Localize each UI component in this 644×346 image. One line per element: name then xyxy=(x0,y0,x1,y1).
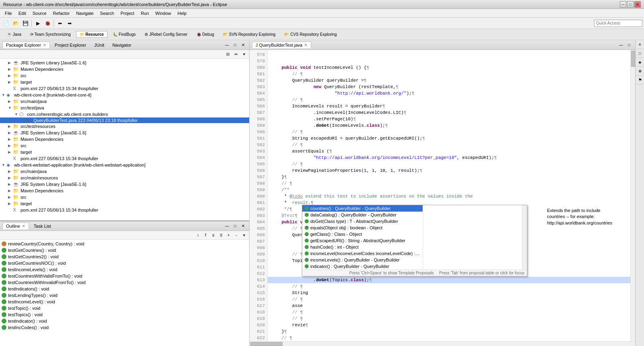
tree-item[interactable]: X pom.xml 227 05/06/13 15:34 thospfuller xyxy=(0,85,249,92)
autocomplete-list[interactable]: countries() : QueryBuilder - QueryBuilde… xyxy=(302,205,423,270)
tab-project-explorer[interactable]: Project Explorer xyxy=(52,42,89,48)
ac-item[interactable]: indicator() : QueryBuilder - QueryBuilde… xyxy=(302,263,423,270)
persp-team-sync[interactable]: ⟳ Team Synchronizing xyxy=(27,31,74,38)
menu-search[interactable]: Search xyxy=(97,10,118,16)
editor-minimize-btn[interactable]: — xyxy=(617,41,625,49)
far-right-btn-2[interactable]: □ xyxy=(636,49,644,58)
outline-item[interactable]: testCountriesWithValidFromTo() : void xyxy=(0,273,249,279)
persp-jrebel[interactable]: ⚙ JRebel Config Server xyxy=(141,31,191,38)
tree-item[interactable]: ▶ 📁 target xyxy=(0,200,249,207)
code-area[interactable]: public void testIncomeLevel () {¶ // ¶ Q… xyxy=(268,50,635,341)
tab-outline[interactable]: Outline ✕ xyxy=(2,222,29,229)
close-button[interactable]: ✕ xyxy=(634,1,641,8)
ac-item[interactable]: incomeLevels() : QueryBuilder - QueryBui… xyxy=(302,257,423,263)
persp-debug[interactable]: 🐞 Debug xyxy=(193,31,218,38)
ac-item[interactable]: incomeLevel(IncomeLevelCodes incomeLevel… xyxy=(302,250,423,257)
persp-java[interactable]: ☕ Java xyxy=(3,31,25,38)
tree-item[interactable]: ▶ 📁 Maven Dependencies xyxy=(0,187,249,194)
minimize-button[interactable]: ─ xyxy=(620,1,626,8)
menu-navigate[interactable]: Navigate xyxy=(73,10,97,16)
outline-item[interactable]: testGetCountries2() : void xyxy=(0,253,249,260)
tree-item[interactable]: ▶ 📁 src/main/java xyxy=(0,98,249,105)
persp-findbugs[interactable]: 🐛 FindBugs xyxy=(109,31,139,38)
close-pkg-explorer-icon[interactable]: ✕ xyxy=(43,43,46,47)
tree-item[interactable]: ▼ ◈ wb-client-core-it [trunk/wb-client-c… xyxy=(0,92,249,98)
autocomplete-popup[interactable]: countries() : QueryBuilder - QueryBuilde… xyxy=(302,205,527,276)
tree-item[interactable]: J QueryBuilderTest.java 223 04/06/13 23:… xyxy=(0,117,249,123)
menu-edit[interactable]: Edit xyxy=(15,10,29,16)
debug-button[interactable]: 🐞 xyxy=(43,19,52,28)
ac-item[interactable]: getClass() : Class - Object xyxy=(302,231,423,237)
tb-btn-1[interactable]: ⬅ xyxy=(56,19,64,28)
outline-item[interactable]: testIndicators() : void xyxy=(0,286,249,292)
editor-maximize-btn[interactable]: □ xyxy=(625,41,633,49)
outline-maximize-btn[interactable]: □ xyxy=(231,222,239,230)
tree-item[interactable]: ▶ ☕ JRE System Library [JavaSE-1.6] xyxy=(0,60,249,66)
menu-source[interactable]: Source xyxy=(29,10,50,16)
open-button[interactable]: 📂 xyxy=(11,19,20,28)
outline-close-btn[interactable]: ✕ xyxy=(239,222,247,230)
ac-item[interactable]: doGet(Class type) : T - AbstractQueryBui… xyxy=(302,218,423,224)
tree-item[interactable]: ▶ 📁 src/test/resources xyxy=(0,123,249,130)
ac-item[interactable]: countries() : QueryBuilder - QueryBuilde… xyxy=(302,205,423,212)
pkg-minimize-btn[interactable]: — xyxy=(223,41,231,49)
tab-navigator[interactable]: Navigator xyxy=(109,42,134,48)
outline-item[interactable]: testTopic() : void xyxy=(0,305,249,311)
menu-file[interactable]: File xyxy=(2,10,15,16)
autocomplete-scrollbar[interactable] xyxy=(522,205,527,270)
quick-access-input[interactable] xyxy=(594,20,642,27)
tree-item[interactable]: ▶ 📁 src/main/resources xyxy=(0,175,249,181)
hide-fields-btn[interactable]: f xyxy=(202,232,209,239)
outline-minimize-btn[interactable]: — xyxy=(223,222,231,230)
package-explorer-content[interactable]: ▶ ☕ JRE System Library [JavaSE-1.6] ▶ 📁 … xyxy=(0,59,249,220)
tab-task-list[interactable]: Task List xyxy=(31,223,54,229)
collapse-outline-btn[interactable]: - xyxy=(233,232,240,239)
far-right-btn-3[interactable]: ◈ xyxy=(636,58,644,67)
menu-run[interactable]: Run xyxy=(138,10,152,16)
tree-item[interactable]: ▶ 📁 src xyxy=(0,142,249,149)
tree-item[interactable]: ▶ 📁 target xyxy=(0,79,249,85)
tree-item[interactable]: X pom.xml 227 05/06/13 15:34 thospfuller xyxy=(0,207,249,213)
view-menu-btn[interactable]: ▾ xyxy=(240,51,248,58)
ac-item[interactable]: hashCode() : int - Object xyxy=(302,244,423,250)
ac-item[interactable]: getEscapedURI() : String - AbstractQuery… xyxy=(302,237,423,244)
outline-view-menu-btn[interactable]: ▾ xyxy=(240,232,248,239)
ac-item[interactable]: dataCatalog() : QueryBuilder - QueryBuil… xyxy=(302,212,423,218)
persp-cvs[interactable]: 📂 CVS Repository Exploring xyxy=(281,31,340,38)
far-right-btn-5[interactable]: ⚑ xyxy=(636,76,644,84)
menu-help[interactable]: Help xyxy=(174,10,190,16)
far-right-btn-1[interactable]: ≡ xyxy=(636,40,644,49)
outline-item[interactable]: testGetCountriesNOC() : void xyxy=(0,260,249,266)
new-button[interactable]: 📄 xyxy=(2,19,10,28)
tree-item[interactable]: X pom.xml 227 05/06/13 15:34 thospfuller xyxy=(0,155,249,162)
editor-vscroll-thumb[interactable] xyxy=(631,51,635,67)
tb-btn-2[interactable]: ➡ xyxy=(65,19,74,28)
menu-project[interactable]: Project xyxy=(117,10,137,16)
pkg-close-btn[interactable]: ✕ xyxy=(239,41,247,49)
outline-item[interactable]: reviewCountry(Country, Country) : void xyxy=(0,241,249,247)
outline-content[interactable]: reviewCountry(Country, Country) : void t… xyxy=(0,240,249,346)
persp-svn[interactable]: 📂 SVN Repository Exploring xyxy=(219,31,279,38)
run-button[interactable]: ▶ xyxy=(33,19,42,28)
tree-item[interactable]: ▶ 📁 src xyxy=(0,72,249,79)
maximize-button[interactable]: □ xyxy=(627,1,634,8)
outline-item[interactable]: testIncomeLevels() : void xyxy=(0,266,249,273)
save-button[interactable]: 💾 xyxy=(21,19,30,28)
menu-refactor[interactable]: Refactor xyxy=(50,10,73,16)
ac-item[interactable]: equals(Object obj) : boolean - Object xyxy=(302,224,423,231)
sort-btn[interactable]: ↕ xyxy=(194,232,202,239)
close-outline-icon[interactable]: ✕ xyxy=(22,224,25,228)
outline-item[interactable]: testIncomeLevel() : void xyxy=(0,299,249,305)
outline-item[interactable]: testGetCountries() : void xyxy=(0,247,249,253)
editor-tab-querybuildertest[interactable]: J QueryBuilderTest.java ✕ xyxy=(252,41,311,48)
tree-item[interactable]: ▼ ◈ wb-client-webstart-application [trun… xyxy=(0,162,249,168)
close-editor-tab-icon[interactable]: ✕ xyxy=(304,43,308,47)
tree-item[interactable]: ▶ 📁 target xyxy=(0,149,249,155)
outline-item[interactable]: testLendingTypes() : void xyxy=(0,292,249,299)
hide-static-btn[interactable]: s xyxy=(210,232,217,239)
tree-item[interactable]: ▼ 📁 src/test/java xyxy=(0,105,249,111)
outline-item[interactable]: testCountriesWithInvalidFromTo() : void xyxy=(0,279,249,286)
filter-btn[interactable]: ⧖ xyxy=(217,232,225,239)
menu-window[interactable]: Window xyxy=(152,10,174,16)
tree-item[interactable]: ▶ 📁 src xyxy=(0,194,249,200)
